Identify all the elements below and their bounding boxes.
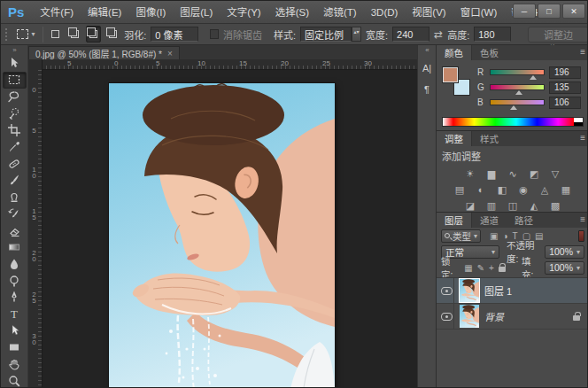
tab-paths[interactable]: 路径 — [507, 213, 541, 228]
photo-filter-icon[interactable]: ◉ — [516, 183, 531, 196]
fill-dropdown[interactable]: 100% ▾ — [545, 261, 584, 275]
red-value[interactable]: 196 — [549, 66, 581, 79]
brightness-contrast-icon[interactable]: ☀ — [463, 167, 478, 180]
tool-eyedropper[interactable] — [3, 138, 27, 155]
tool-gradient[interactable] — [3, 238, 27, 255]
style-value[interactable] — [300, 27, 352, 42]
tool-quick-selection[interactable] — [3, 105, 27, 122]
refine-edge-button[interactable]: 调整边缘… — [528, 27, 588, 43]
swap-dimensions-icon[interactable]: ⇄ — [434, 28, 443, 41]
style-stepper[interactable]: ▴▾ — [352, 27, 361, 42]
menu-layer[interactable]: 图层(L) — [173, 1, 220, 24]
lock-transparency-icon[interactable]: ▦ — [464, 263, 472, 273]
close-button[interactable]: ✕ — [562, 4, 585, 19]
lock-position-icon[interactable]: + — [489, 263, 494, 273]
menu-select[interactable]: 选择(S) — [268, 1, 316, 24]
menu-edit[interactable]: 编辑(E) — [81, 1, 128, 24]
tool-type[interactable]: T — [3, 306, 27, 322]
exposure-icon[interactable]: ◩ — [527, 167, 542, 180]
panel-menu-icon[interactable]: ≡ — [580, 47, 585, 57]
menu-type[interactable]: 文字(Y) — [220, 1, 267, 24]
color-balance-icon[interactable]: ◐ — [474, 183, 489, 196]
blue-slider[interactable] — [490, 99, 545, 105]
toolbar-collapse-arrows[interactable]: ›› — [1, 45, 27, 55]
color-lookup-icon[interactable]: ▦ — [559, 183, 574, 196]
layer-name[interactable]: 图层 1 — [484, 283, 585, 298]
feather-input[interactable] — [151, 27, 198, 42]
menu-view[interactable]: 视图(V) — [405, 1, 453, 24]
black-white-icon[interactable]: ◧ — [495, 183, 510, 196]
tool-pen[interactable] — [3, 289, 27, 306]
channel-mixer-icon[interactable]: ◬ — [538, 183, 553, 196]
lock-all-icon[interactable] — [499, 267, 506, 272]
filter-pixel-layers-icon[interactable]: ▣ — [490, 231, 498, 241]
gradient-map-icon[interactable]: ▩ — [548, 199, 563, 212]
threshold-icon[interactable]: ◫ — [506, 199, 521, 212]
eye-icon[interactable] — [441, 287, 453, 295]
visibility-cell[interactable] — [440, 304, 454, 329]
tool-rectangle-shape[interactable] — [3, 339, 27, 356]
tab-styles[interactable]: 样式 — [472, 131, 507, 146]
tool-path-selection[interactable] — [3, 322, 27, 339]
paragraph-panel-icon[interactable]: ¶ — [419, 81, 436, 98]
canvas[interactable] — [43, 70, 417, 388]
tool-zoom[interactable] — [3, 372, 27, 388]
tool-hand[interactable] — [3, 355, 27, 372]
opacity-dropdown[interactable]: 100% ▾ — [545, 245, 584, 259]
green-slider[interactable] — [490, 84, 545, 90]
menu-file[interactable]: 文件(F) — [33, 1, 81, 24]
height-input[interactable] — [474, 27, 511, 42]
levels-icon[interactable]: ▆ — [484, 167, 499, 180]
menu-window[interactable]: 窗口(W) — [453, 1, 505, 24]
width-input[interactable] — [392, 27, 429, 42]
subtract-from-selection-button[interactable] — [86, 26, 100, 43]
add-to-selection-button[interactable] — [67, 26, 81, 43]
tab-close-icon[interactable]: × — [167, 49, 173, 58]
blue-slider-handle[interactable] — [510, 105, 517, 110]
invert-icon[interactable]: ◪ — [463, 199, 478, 212]
tool-preset-picker[interactable]: ▾ — [13, 27, 38, 41]
color-spectrum-ramp[interactable] — [442, 117, 584, 127]
red-slider[interactable] — [490, 69, 545, 75]
layer-thumbnail[interactable] — [460, 305, 479, 328]
layer-filter-toggle[interactable] — [578, 230, 584, 242]
spectrum-bw-wells[interactable] — [574, 118, 583, 126]
tool-brush[interactable] — [3, 172, 27, 189]
character-panel-icon[interactable]: A| — [419, 59, 436, 77]
tool-blur[interactable] — [3, 255, 27, 272]
tool-eraser[interactable] — [3, 222, 27, 239]
green-slider-handle[interactable] — [515, 90, 522, 95]
new-selection-button[interactable] — [48, 26, 62, 43]
tool-history-brush[interactable] — [3, 206, 27, 222]
foreground-color-swatch[interactable] — [442, 66, 459, 83]
tool-clone-stamp[interactable] — [3, 189, 27, 206]
eye-icon[interactable] — [441, 313, 453, 321]
panel-menu-icon[interactable]: ≡ — [580, 214, 585, 224]
tool-rectangular-marquee[interactable] — [3, 72, 27, 89]
antialias-checkbox[interactable] — [210, 29, 219, 39]
tool-crop[interactable] — [3, 121, 27, 138]
style-dropdown[interactable]: ▴▾ — [300, 27, 361, 42]
document-tab[interactable]: 0.jpg @ 50% (图层 1, RGB/8#) * × — [28, 46, 180, 59]
selective-color-icon[interactable]: ◭ — [527, 199, 542, 212]
tab-swatches[interactable]: 色板 — [472, 45, 507, 60]
layer-row-layer1[interactable]: 图层 1 — [437, 278, 588, 304]
tab-adjustments[interactable]: 调整 — [437, 131, 472, 146]
minimize-button[interactable]: ─ — [513, 4, 536, 19]
tool-spot-healing-brush[interactable] — [3, 155, 27, 172]
document-image[interactable] — [109, 83, 335, 388]
tab-color[interactable]: 颜色 — [437, 45, 472, 60]
intersect-selection-button[interactable] — [105, 26, 120, 43]
layer-row-background[interactable]: 背景 — [437, 304, 588, 330]
green-value[interactable]: 135 — [549, 81, 581, 94]
layer-thumbnail[interactable] — [460, 279, 479, 302]
visibility-cell[interactable] — [440, 278, 454, 303]
tab-channels[interactable]: 通道 — [472, 213, 507, 228]
layer-name[interactable]: 背景 — [484, 309, 568, 323]
posterize-icon[interactable]: ▥ — [484, 199, 499, 212]
blue-value[interactable]: 106 — [549, 97, 581, 109]
menu-filter[interactable]: 滤镜(T) — [316, 1, 364, 24]
vibrance-icon[interactable]: ▽ — [548, 167, 563, 180]
maximize-button[interactable]: □ — [538, 4, 561, 19]
tab-layers[interactable]: 图层 — [437, 213, 472, 228]
